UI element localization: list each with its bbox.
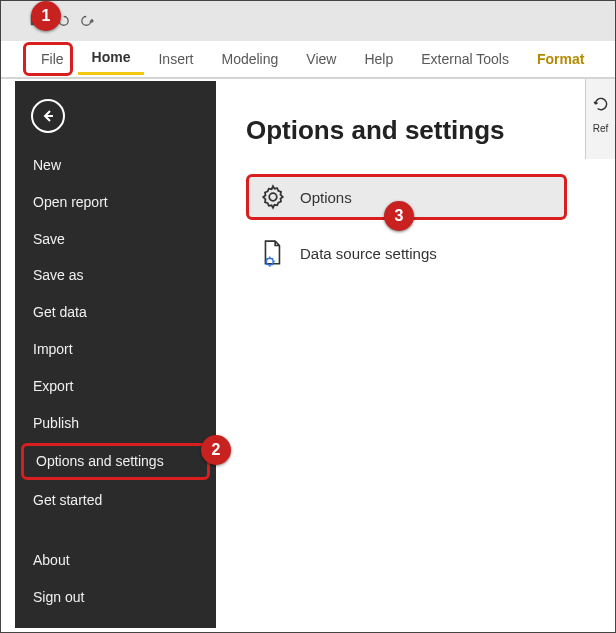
file-menu: New Open report Save Save as Get data Im… — [15, 81, 216, 628]
refresh-label-fragment: Ref — [593, 123, 609, 134]
data-source-settings-row[interactable]: Data source settings — [246, 230, 567, 276]
data-source-settings-label: Data source settings — [300, 245, 437, 262]
ribbon-tabs: File Home Insert Modeling View Help Exte… — [1, 41, 615, 79]
back-button[interactable] — [31, 99, 65, 133]
annotation-callout-3: 3 — [384, 201, 414, 231]
annotation-callout-2: 2 — [201, 435, 231, 465]
options-label: Options — [300, 189, 352, 206]
gear-icon — [260, 184, 286, 210]
menu-publish[interactable]: Publish — [15, 405, 216, 442]
tab-file[interactable]: File — [27, 45, 78, 73]
tab-external-tools[interactable]: External Tools — [407, 45, 523, 73]
page-title: Options and settings — [246, 115, 567, 146]
tab-view[interactable]: View — [292, 45, 350, 73]
redo-icon[interactable] — [81, 13, 95, 30]
options-settings-panel: Options and settings Options Data source… — [216, 81, 585, 628]
menu-sign-out[interactable]: Sign out — [15, 579, 216, 616]
tab-home[interactable]: Home — [78, 43, 145, 75]
annotation-callout-1: 1 — [31, 1, 61, 31]
ribbon-refresh-fragment: Ref — [585, 79, 615, 159]
menu-new[interactable]: New — [15, 147, 216, 184]
tab-insert[interactable]: Insert — [144, 45, 207, 73]
tab-help[interactable]: Help — [350, 45, 407, 73]
titlebar — [1, 1, 615, 41]
menu-import[interactable]: Import — [15, 331, 216, 368]
menu-get-data[interactable]: Get data — [15, 294, 216, 331]
menu-open-report[interactable]: Open report — [15, 184, 216, 221]
menu-save-as[interactable]: Save as — [15, 257, 216, 294]
menu-options-and-settings[interactable]: Options and settings — [21, 443, 210, 480]
tab-modeling[interactable]: Modeling — [207, 45, 292, 73]
tab-format[interactable]: Format — [523, 45, 598, 73]
menu-about[interactable]: About — [15, 542, 216, 579]
document-gear-icon — [260, 240, 286, 266]
menu-get-started[interactable]: Get started — [15, 482, 216, 519]
menu-export[interactable]: Export — [15, 368, 216, 405]
menu-save[interactable]: Save — [15, 221, 216, 258]
